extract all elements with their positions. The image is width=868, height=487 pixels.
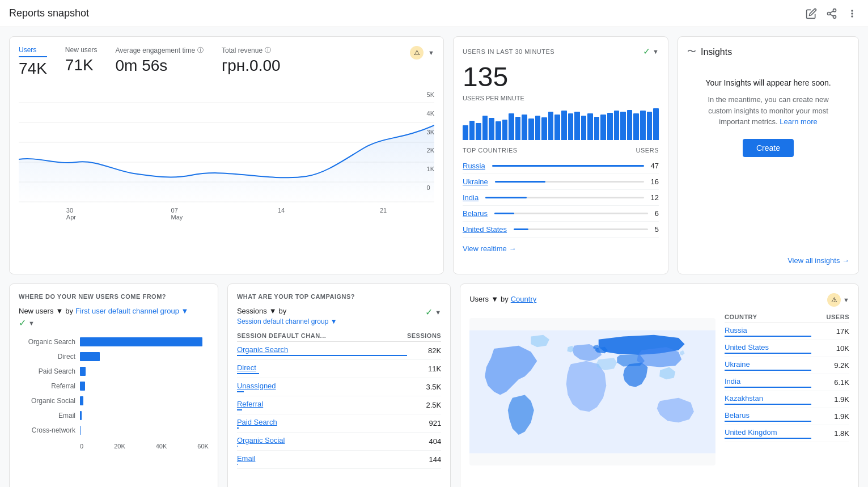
map-country-name-cell: Russia — [725, 323, 811, 340]
map-country-value-cell: 1.9K — [811, 408, 849, 425]
realtime-bar — [614, 111, 620, 140]
sessions-table: SESSION DEFAULT CHAN... SESSIONS Organic… — [237, 330, 441, 469]
world-map-svg — [469, 318, 715, 465]
session-name-cell: Unassigned — [237, 378, 407, 396]
country-underline — [725, 438, 811, 439]
x-axis-label: 0 — [80, 443, 83, 450]
map-country-name[interactable]: Ukraine — [725, 360, 811, 371]
country-name[interactable]: Russia — [463, 162, 485, 170]
map-footer: View countries → — [469, 479, 849, 487]
country-row: Russia 47 — [463, 158, 659, 174]
map-country-name[interactable]: Belarus — [725, 411, 811, 422]
y-label-0: 0 — [427, 184, 434, 191]
new-users-label: New users — [65, 46, 98, 54]
session-channel-selector[interactable]: Session default channel group ▼ — [237, 317, 441, 325]
map-country-name-cell: United States — [725, 340, 811, 357]
map-country-name[interactable]: Russia — [725, 326, 811, 337]
map-right: COUNTRY USERS Russia 17K United States 1… — [725, 311, 849, 472]
learn-more-link[interactable]: Learn more — [780, 117, 817, 126]
realtime-bar — [541, 117, 547, 140]
session-name[interactable]: Email — [237, 454, 407, 465]
country-name[interactable]: Belarus — [463, 209, 488, 218]
total-revenue-metric: Total revenue ⓘ грн.0.00 — [222, 46, 281, 75]
map-layout: COUNTRY USERS Russia 17K United States 1… — [469, 311, 849, 472]
realtime-bar — [509, 113, 514, 140]
map-country-name[interactable]: Kazakhstan — [725, 394, 811, 405]
y-label-4k: 4K — [427, 110, 434, 117]
realtime-bar — [620, 112, 626, 140]
session-value-cell: 11K — [407, 360, 441, 378]
realtime-bar — [548, 112, 554, 140]
view-all-insights-link[interactable]: View all insights → — [787, 256, 849, 265]
realtime-bar — [561, 111, 567, 140]
session-name[interactable]: Direct — [237, 363, 407, 374]
realtime-bar — [482, 116, 488, 140]
share-icon[interactable] — [825, 7, 839, 20]
realtime-bar — [600, 115, 606, 140]
realtime-bar — [476, 123, 481, 140]
map-country-row: Kazakhstan 1.9K — [725, 391, 849, 408]
dropdown-button[interactable]: ▼ — [428, 49, 434, 56]
country-name[interactable]: United States — [463, 225, 507, 234]
channel-row: Cross-network — [19, 426, 209, 435]
map-selector[interactable]: Country — [511, 295, 537, 303]
country-underline — [725, 387, 811, 388]
realtime-card-inner: USERS IN LAST 30 MINUTES ✓ ▼ 135 USERS P… — [463, 46, 659, 265]
users-value: 74K — [19, 60, 47, 78]
session-name[interactable]: Referral — [237, 400, 407, 410]
map-country-name-cell: Ukraine — [725, 357, 811, 374]
channel-bar-track — [80, 367, 209, 376]
chart-x-labels: 30Apr 07May 14 21 — [19, 207, 434, 221]
svg-line-3 — [830, 14, 833, 16]
map-country-value-cell: 6.1K — [811, 374, 849, 391]
total-revenue-info-icon[interactable]: ⓘ — [265, 46, 271, 54]
edit-icon[interactable] — [805, 7, 818, 20]
insights-body: Your Insights will appear here soon. In … — [687, 67, 849, 168]
realtime-bar — [502, 120, 508, 140]
create-button[interactable]: Create — [743, 139, 794, 157]
acquisition-section-title: WHERE DO YOUR NEW USERS COME FROM? — [19, 293, 209, 300]
acquisition-chart-title: New users ▼ by First user default channe… — [19, 307, 209, 315]
camp-dropdown[interactable]: ▼ — [435, 309, 441, 316]
check-icon: ✓ — [643, 46, 650, 57]
realtime-bar — [640, 111, 646, 140]
acq-dropdown[interactable]: ▼ — [28, 320, 35, 327]
realtime-dropdown[interactable]: ▼ — [653, 48, 659, 55]
view-realtime-link[interactable]: View realtime → — [463, 244, 659, 253]
country-table: COUNTRY USERS Russia 17K United States 1… — [725, 311, 849, 442]
y-label-2k: 2K — [427, 147, 434, 154]
map-country-name[interactable]: India — [725, 377, 811, 388]
realtime-bar — [587, 113, 593, 140]
map-card: Users ▼ by Country ⚠ ▼ — [460, 283, 859, 487]
session-name[interactable]: Paid Search — [237, 418, 407, 429]
session-name[interactable]: Organic Search — [237, 345, 407, 356]
y-label-1k: 1K — [427, 166, 434, 172]
users-metric: Users 74K — [19, 46, 47, 78]
session-value-cell: 82K — [407, 342, 441, 360]
session-name[interactable]: Unassigned — [237, 382, 407, 392]
session-name-cell: Referral — [237, 396, 407, 414]
x-axis-label: 40K — [156, 443, 167, 450]
total-revenue-label: Total revenue ⓘ — [222, 46, 281, 54]
insights-title: Insights — [701, 47, 732, 57]
session-name[interactable]: Organic Social — [237, 436, 407, 447]
map-country-name-cell: Belarus — [725, 408, 811, 425]
main-metrics-card: Users 74K New users 71K Average engageme… — [9, 36, 444, 274]
map-dropdown[interactable]: ▼ — [843, 297, 849, 303]
avg-engagement-info-icon[interactable]: ⓘ — [197, 46, 204, 54]
realtime-label: USERS IN LAST 30 MINUTES — [463, 48, 554, 55]
campaigns-section-title: WHAT ARE YOUR TOP CAMPAIGNS? — [237, 293, 441, 300]
map-country-name[interactable]: United Kingdom — [725, 428, 811, 439]
session-bar — [237, 391, 244, 392]
country-name[interactable]: India — [463, 193, 479, 202]
warning-icon: ⚠ — [410, 46, 424, 60]
map-country-name[interactable]: United States — [725, 343, 811, 354]
more-options-icon[interactable] — [845, 7, 859, 20]
map-title: Users ▼ by Country — [469, 295, 536, 303]
channel-selector[interactable]: First user default channel group ▼ — [75, 307, 188, 315]
session-row: Direct 11K — [237, 360, 441, 378]
channel-bar-fill — [80, 382, 85, 391]
country-name[interactable]: Ukraine — [463, 177, 488, 186]
realtime-bar — [469, 121, 475, 140]
country-bar-container — [495, 181, 644, 183]
